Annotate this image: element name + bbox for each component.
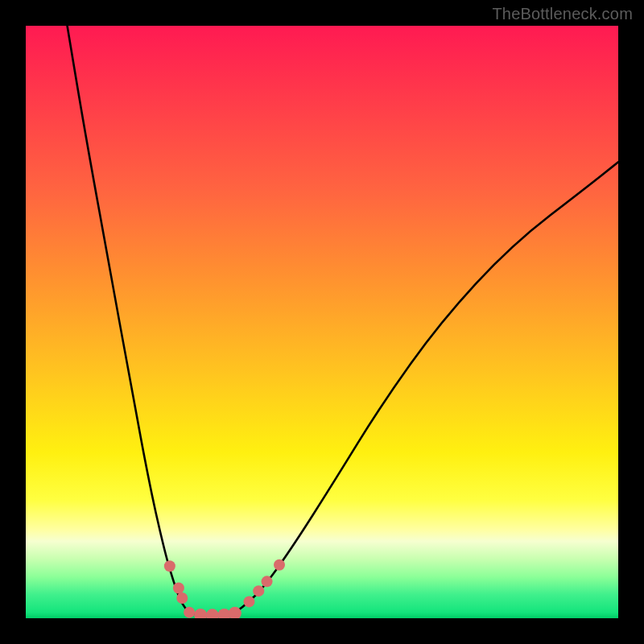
marker-point — [176, 592, 188, 604]
marker-point — [206, 609, 219, 618]
watermark-text: TheBottleneck.com — [492, 5, 633, 23]
marker-point — [194, 609, 207, 618]
marker-point — [173, 582, 184, 593]
marker-point — [253, 585, 264, 597]
marker-point — [164, 560, 175, 572]
chart-svg — [26, 26, 618, 618]
plot-area — [26, 26, 618, 618]
outer-frame: TheBottleneck.com — [0, 0, 644, 644]
marker-point — [274, 559, 285, 571]
marker-point — [243, 596, 254, 607]
marker-point — [184, 607, 195, 618]
bottleneck-curve — [68, 26, 618, 615]
marker-point — [262, 576, 273, 587]
